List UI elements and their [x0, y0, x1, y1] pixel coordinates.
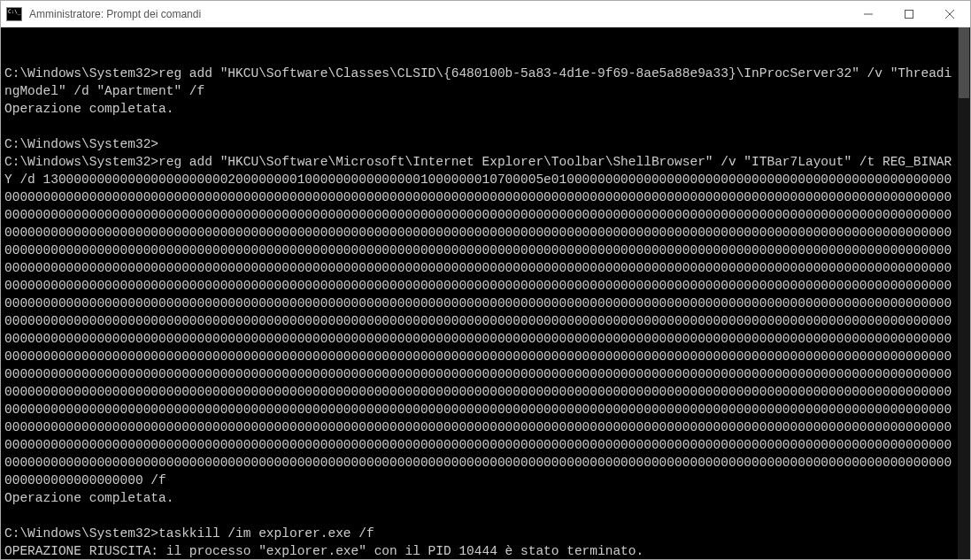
cmd-line-2: reg add "HKCU\Software\Microsoft\Interne… [4, 155, 952, 487]
result-line-kill: OPERAZIONE RIUSCITA: il processo "explor… [4, 544, 643, 558]
terminal-area[interactable]: C:\Windows\System32>reg add "HKCU\Softwa… [1, 27, 970, 559]
close-button[interactable] [929, 1, 970, 27]
prompt: C:\Windows\System32> [4, 66, 158, 81]
scrollbar-thumb[interactable] [959, 27, 969, 98]
titlebar[interactable]: Amministratore: Prompt dei comandi [1, 1, 970, 27]
cmd-icon [6, 7, 22, 21]
minimize-button[interactable] [848, 1, 889, 27]
maximize-button[interactable] [889, 1, 929, 27]
window-title: Amministratore: Prompt dei comandi [29, 8, 848, 20]
prompt: C:\Windows\System32> [4, 526, 158, 541]
terminal-output: C:\Windows\System32>reg add "HKCU\Softwa… [4, 65, 970, 559]
prompt: C:\Windows\System32> [4, 137, 158, 151]
result-line-1: Operazione completata. [4, 102, 173, 116]
maximize-icon [905, 10, 913, 19]
window-controls [848, 1, 970, 27]
result-line-2: Operazione completata. [4, 491, 173, 505]
close-icon [945, 10, 954, 19]
vertical-scrollbar[interactable] [958, 27, 970, 559]
svg-rect-1 [905, 10, 913, 18]
minimize-icon [864, 10, 873, 19]
prompt: C:\Windows\System32> [4, 155, 158, 169]
command-prompt-window: Amministratore: Prompt dei comandi C:\Wi… [0, 0, 971, 560]
cmd-line-3: taskkill /im explorer.exe /f [158, 526, 374, 541]
